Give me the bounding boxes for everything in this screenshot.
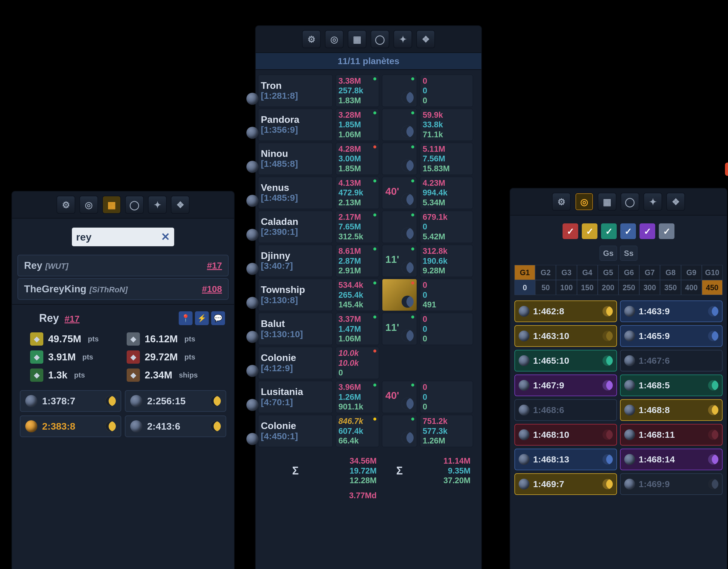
system-cell[interactable]: 50 bbox=[535, 280, 556, 295]
pin-icon[interactable]: 📍 bbox=[179, 311, 193, 325]
galaxy-cell[interactable]: G7 bbox=[639, 265, 660, 280]
gear-icon[interactable]: ⚙ bbox=[57, 196, 75, 214]
system-cell[interactable]: 0 bbox=[514, 280, 535, 295]
color-check[interactable]: ✓ bbox=[601, 223, 617, 239]
system-cell[interactable]: 450 bbox=[702, 280, 723, 295]
moon-box[interactable] bbox=[382, 143, 417, 175]
layers-icon[interactable]: ❖ bbox=[171, 196, 190, 214]
moon-box[interactable] bbox=[382, 75, 417, 107]
planet-name-box[interactable]: Balut[3:130:10] bbox=[258, 313, 333, 345]
target-item[interactable]: 1:468:11 bbox=[620, 424, 723, 446]
chat-icon[interactable]: 💬 bbox=[211, 311, 225, 325]
galaxy-cell[interactable]: G1 bbox=[514, 265, 535, 280]
planet-name-box[interactable]: Colonie[4:450:1] bbox=[258, 415, 333, 447]
profile-rank[interactable]: #17 bbox=[65, 314, 80, 324]
target-item[interactable]: 1:463:9 bbox=[620, 301, 723, 322]
color-check[interactable]: ✓ bbox=[620, 223, 636, 239]
planet-name-box[interactable]: Tron[1:281:8] bbox=[258, 75, 333, 107]
system-cell[interactable]: 100 bbox=[556, 280, 577, 295]
system-cell[interactable]: 400 bbox=[681, 280, 702, 295]
checker-icon[interactable]: ▦ bbox=[598, 193, 616, 211]
system-cell[interactable]: 300 bbox=[639, 280, 660, 295]
color-check[interactable]: ✓ bbox=[563, 223, 578, 239]
wings-icon[interactable]: ✦ bbox=[643, 193, 662, 211]
system-cell[interactable]: 250 bbox=[618, 280, 639, 295]
color-check[interactable]: ✓ bbox=[640, 223, 655, 239]
coord-item[interactable]: 2:383:8 bbox=[20, 416, 121, 437]
target-item[interactable]: 1:462:8 bbox=[514, 301, 617, 322]
planet-name-box[interactable]: Township[3:130:8] bbox=[258, 279, 333, 311]
toggle-gs[interactable]: Gs bbox=[600, 246, 617, 261]
search-field[interactable]: ✕ bbox=[72, 227, 174, 246]
planet-name-box[interactable]: Ninou[1:485:8] bbox=[258, 143, 333, 175]
color-check[interactable]: ✓ bbox=[659, 223, 674, 239]
moon-box[interactable] bbox=[382, 211, 417, 243]
system-cell[interactable]: 200 bbox=[598, 280, 618, 295]
target-item[interactable]: 1:467:9 bbox=[514, 375, 617, 396]
coord-item[interactable]: 1:378:7 bbox=[20, 390, 121, 412]
bolt-icon[interactable]: ⚡ bbox=[195, 311, 209, 325]
clear-icon[interactable]: ✕ bbox=[161, 230, 170, 243]
galaxy-cell[interactable]: G10 bbox=[702, 265, 723, 280]
target-item[interactable]: 1:465:9 bbox=[620, 325, 723, 347]
checker-icon[interactable]: ▦ bbox=[102, 196, 121, 214]
galaxy-cell[interactable]: G6 bbox=[618, 265, 639, 280]
gear-icon[interactable]: ⚙ bbox=[302, 30, 321, 48]
target-item[interactable]: 1:469:7 bbox=[514, 473, 617, 495]
toggle-ss[interactable]: Ss bbox=[620, 246, 637, 261]
planet-row[interactable]: Caladan[2:390:1] 2.17M7.65M312.5k 679.1k… bbox=[258, 211, 479, 243]
planet-name-box[interactable]: Lusitania[4:70:1] bbox=[258, 381, 333, 413]
lock-icon[interactable]: 🔒 bbox=[725, 162, 728, 176]
planet-name-box[interactable]: Colonie[4:12:9] bbox=[258, 347, 333, 379]
planet-row[interactable]: Balut[3:130:10] 3.37M1.47M1.06M 11' 000 bbox=[258, 313, 479, 345]
target-item[interactable]: 1:469:9 bbox=[620, 473, 723, 495]
checker-icon[interactable]: ▦ bbox=[348, 30, 366, 48]
planet-row[interactable]: Ninou[1:485:8] 4.28M3.00M1.85M 5.11M7.56… bbox=[258, 143, 479, 175]
galaxy-cell[interactable]: G5 bbox=[598, 265, 618, 280]
target-icon[interactable]: ◎ bbox=[575, 193, 594, 211]
target-item[interactable]: 1:468:8 bbox=[620, 399, 723, 421]
planet-row[interactable]: Pandora[1:356:9] 3.28M1.85M1.06M 59.9k33… bbox=[258, 109, 479, 141]
coord-item[interactable]: 2:256:15 bbox=[125, 390, 226, 412]
galaxy-cell[interactable]: G9 bbox=[681, 265, 702, 280]
planet-row[interactable]: Djinny[3:40:7] 8.61M2.87M2.91M 11' 312.8… bbox=[258, 245, 479, 277]
moon-box[interactable] bbox=[382, 415, 417, 447]
wings-icon[interactable]: ✦ bbox=[148, 196, 167, 214]
planet-name-box[interactable]: Pandora[1:356:9] bbox=[258, 109, 333, 141]
galaxy-cell[interactable]: G3 bbox=[556, 265, 577, 280]
target-icon[interactable]: ◎ bbox=[325, 30, 344, 48]
target-item[interactable]: 1:468:10 bbox=[514, 424, 617, 446]
moon-box[interactable]: 11' bbox=[382, 245, 417, 277]
target-item[interactable]: 1:468:5 bbox=[620, 375, 723, 396]
planet-name-box[interactable]: Venus[1:485:9] bbox=[258, 177, 333, 209]
planet-row[interactable]: Venus[1:485:9] 4.13M472.9k2.13M 40' 4.23… bbox=[258, 177, 479, 209]
moon-box[interactable]: 40' bbox=[382, 381, 417, 413]
galaxy-cell[interactable]: G2 bbox=[535, 265, 556, 280]
galaxy-cell[interactable]: G4 bbox=[577, 265, 598, 280]
target-item[interactable]: 1:463:10 bbox=[514, 325, 617, 347]
target-item[interactable]: 1:467:6 bbox=[620, 350, 723, 372]
ring-icon[interactable]: ◯ bbox=[125, 196, 144, 214]
planet-row[interactable]: Tron[1:281:8] 3.38M257.8k1.83M 000 bbox=[258, 75, 479, 107]
layers-icon[interactable]: ❖ bbox=[416, 30, 435, 48]
system-cell[interactable]: 350 bbox=[660, 280, 681, 295]
galaxy-cell[interactable]: G8 bbox=[660, 265, 681, 280]
wings-icon[interactable]: ✦ bbox=[393, 30, 412, 48]
search-result[interactable]: TheGreyKing[SiThRoN]#108 bbox=[17, 278, 229, 300]
planet-row[interactable]: Colonie[4:12:9] 10.0k10.0k0 bbox=[258, 347, 479, 379]
ring-icon[interactable]: ◯ bbox=[621, 193, 639, 211]
target-icon[interactable]: ◎ bbox=[79, 196, 98, 214]
ring-icon[interactable]: ◯ bbox=[371, 30, 389, 48]
search-input[interactable] bbox=[76, 231, 145, 243]
system-cell[interactable]: 150 bbox=[577, 280, 598, 295]
planet-row[interactable]: Colonie[4:450:1] 846.7k607.4k66.4k 751.2… bbox=[258, 415, 479, 447]
target-item[interactable]: 1:468:6 bbox=[514, 399, 617, 421]
moon-box[interactable]: 40' bbox=[382, 177, 417, 209]
planet-name-box[interactable]: Djinny[3:40:7] bbox=[258, 245, 333, 277]
moon-box[interactable]: 11' bbox=[382, 313, 417, 345]
planet-name-box[interactable]: Caladan[2:390:1] bbox=[258, 211, 333, 243]
coord-item[interactable]: 2:413:6 bbox=[125, 416, 226, 437]
target-item[interactable]: 1:468:14 bbox=[620, 449, 723, 470]
planet-row[interactable]: Township[3:130:8] 534.4k265.4k145.4k 004… bbox=[258, 279, 479, 311]
planet-row[interactable]: Lusitania[4:70:1] 3.96M1.26M901.1k 40' 0… bbox=[258, 381, 479, 413]
